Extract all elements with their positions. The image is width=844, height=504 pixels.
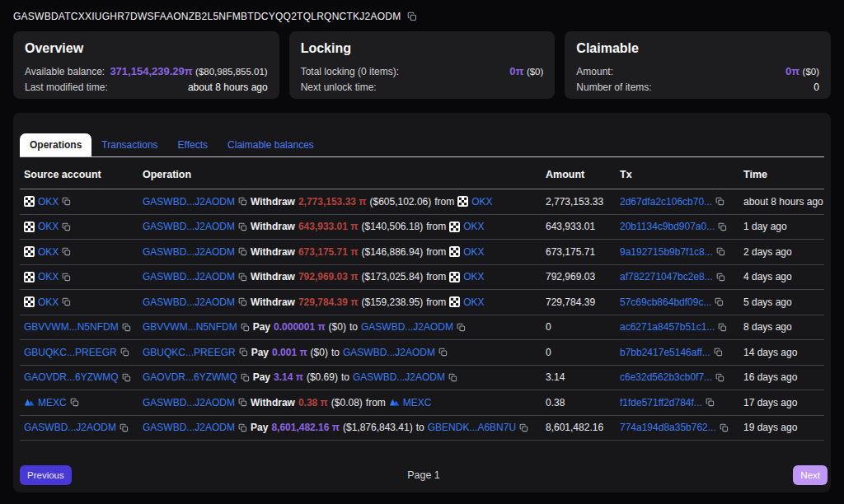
- copy-icon[interactable]: [241, 323, 250, 332]
- okx-icon: [24, 246, 35, 257]
- tab-transactions[interactable]: Transactions: [91, 133, 167, 156]
- claimable-items-value: 0: [814, 80, 819, 96]
- copy-icon[interactable]: [715, 197, 724, 206]
- operation-cell: GASWBD...J2AODMWithdraw729,784.39 π($159…: [143, 296, 546, 308]
- copy-icon[interactable]: [448, 373, 457, 382]
- tab-claimable-balances[interactable]: Claimable balances: [218, 133, 324, 156]
- tx-link[interactable]: f1fde571ff2d784f...: [620, 397, 702, 408]
- account-link[interactable]: OKX: [463, 296, 484, 308]
- operation-usd: ($0.08): [331, 397, 363, 408]
- source-account-cell: GAOVDR...6YZWMQ: [24, 371, 143, 383]
- copy-icon[interactable]: [62, 273, 71, 282]
- copy-icon[interactable]: [122, 373, 131, 382]
- account-link[interactable]: GASWBD...J2AODM: [361, 321, 453, 333]
- next-button[interactable]: Next: [793, 465, 828, 485]
- copy-icon[interactable]: [238, 273, 247, 282]
- table-row: GASWBD...J2AODMGASWBD...J2AODMPay8,601,4…: [20, 416, 824, 441]
- tx-link[interactable]: 2d67dfa2c106cb70...: [620, 196, 712, 208]
- copy-icon[interactable]: [70, 398, 79, 407]
- operation-preposition: from: [366, 397, 386, 408]
- account-link[interactable]: GBENDK...A6BN7U: [428, 422, 516, 433]
- account-link[interactable]: GAOVDR...6YZWMQ: [24, 371, 119, 383]
- copy-icon[interactable]: [241, 373, 250, 382]
- account-link[interactable]: GBUQKC...PREEGR: [143, 347, 236, 358]
- table-row: OKXGASWBD...J2AODMWithdraw2,773,153.33 π…: [20, 189, 824, 215]
- copy-icon[interactable]: [62, 197, 71, 206]
- account-link[interactable]: GAOVDR...6YZWMQ: [143, 371, 237, 383]
- copy-icon[interactable]: [238, 247, 247, 256]
- previous-button[interactable]: Previous: [20, 465, 72, 485]
- tx-link[interactable]: 57c69cb864bdf09c...: [620, 296, 711, 308]
- account-link[interactable]: OKX: [463, 271, 484, 282]
- account-link[interactable]: OKX: [463, 221, 484, 232]
- tx-link[interactable]: 9a192715b9b7f1c8...: [620, 246, 713, 258]
- account-link[interactable]: GASWBD...J2AODM: [24, 422, 116, 433]
- account-link[interactable]: GASWBD...J2AODM: [143, 246, 235, 258]
- copy-icon[interactable]: [718, 222, 727, 231]
- account-link[interactable]: GASWBD...J2AODM: [143, 397, 235, 408]
- account-link[interactable]: GASWBD...J2AODM: [143, 196, 235, 208]
- okx-icon: [449, 246, 460, 257]
- copy-icon[interactable]: [238, 398, 247, 407]
- copy-icon[interactable]: [120, 423, 129, 432]
- account-link[interactable]: GASWBD...J2AODM: [143, 296, 235, 308]
- tx-link[interactable]: 774a194d8a35b762...: [620, 422, 716, 433]
- operation-usd: ($0): [329, 321, 346, 333]
- copy-icon[interactable]: [716, 273, 725, 282]
- copy-icon[interactable]: [715, 373, 724, 382]
- operation-cell: GBVVWM...N5NFDMPay0.000001 π($0)toGASWBD…: [143, 321, 546, 333]
- tx-link[interactable]: c6e32d562b3cb0f7...: [620, 371, 712, 383]
- copy-icon[interactable]: [720, 423, 729, 432]
- account-link[interactable]: GBUQKC...PREEGR: [24, 347, 117, 358]
- tx-link[interactable]: 20b1134c9bd907a0...: [620, 221, 715, 232]
- copy-icon[interactable]: [120, 348, 129, 357]
- amount-cell: 0: [546, 347, 620, 358]
- tx-link[interactable]: b7bb2417e5146aff...: [620, 347, 710, 358]
- copy-icon[interactable]: [715, 297, 724, 306]
- account-link[interactable]: MEXC: [38, 397, 67, 408]
- account-link[interactable]: GASWBD...J2AODM: [143, 221, 235, 232]
- copy-icon[interactable]: [407, 12, 417, 21]
- tx-link[interactable]: af782271047bc2e8...: [620, 271, 713, 282]
- operation-amount: 643,933.01 π: [298, 221, 359, 232]
- account-link[interactable]: OKX: [471, 196, 492, 208]
- account-link[interactable]: OKX: [38, 296, 59, 308]
- copy-icon[interactable]: [706, 398, 715, 407]
- copy-icon[interactable]: [239, 348, 248, 357]
- account-link[interactable]: GASWBD...J2AODM: [353, 371, 445, 383]
- account-link[interactable]: OKX: [463, 246, 484, 258]
- column-header: Operation: [143, 169, 546, 180]
- copy-icon[interactable]: [718, 323, 727, 332]
- account-link[interactable]: GASWBD...J2AODM: [343, 347, 435, 358]
- operation-verb: Pay: [251, 422, 268, 433]
- account-link[interactable]: GBVVWM...N5NFDM: [24, 321, 119, 333]
- copy-icon[interactable]: [438, 348, 448, 357]
- copy-icon[interactable]: [716, 247, 725, 256]
- tx-link[interactable]: ac6271a8457b51c1...: [620, 321, 715, 333]
- okx-icon: [24, 272, 35, 282]
- copy-icon[interactable]: [62, 297, 71, 306]
- copy-icon[interactable]: [62, 247, 71, 256]
- account-link[interactable]: GBVVWM...N5NFDM: [143, 321, 237, 333]
- copy-icon[interactable]: [238, 297, 247, 306]
- copy-icon[interactable]: [519, 423, 528, 432]
- overview-card: Overview Available balance: 371,154,239.…: [13, 31, 279, 99]
- tab-operations[interactable]: Operations: [20, 133, 91, 156]
- account-link[interactable]: GASWBD...J2AODM: [143, 422, 235, 433]
- account-link[interactable]: MEXC: [403, 397, 432, 408]
- account-link[interactable]: OKX: [38, 221, 59, 232]
- tab-effects[interactable]: Effects: [168, 133, 218, 156]
- tx-cell: b7bb2417e5146aff...: [620, 347, 743, 358]
- copy-icon[interactable]: [62, 222, 71, 231]
- account-link[interactable]: OKX: [38, 196, 59, 208]
- operation-cell: GASWBD...J2AODMPay8,601,482.16 π($1,876,…: [143, 422, 546, 433]
- copy-icon[interactable]: [122, 323, 131, 332]
- copy-icon[interactable]: [457, 323, 466, 332]
- copy-icon[interactable]: [714, 348, 723, 357]
- copy-icon[interactable]: [238, 222, 247, 231]
- account-link[interactable]: GASWBD...J2AODM: [143, 271, 235, 282]
- copy-icon[interactable]: [238, 423, 247, 432]
- account-link[interactable]: OKX: [38, 271, 59, 282]
- copy-icon[interactable]: [238, 197, 247, 206]
- account-link[interactable]: OKX: [38, 246, 59, 258]
